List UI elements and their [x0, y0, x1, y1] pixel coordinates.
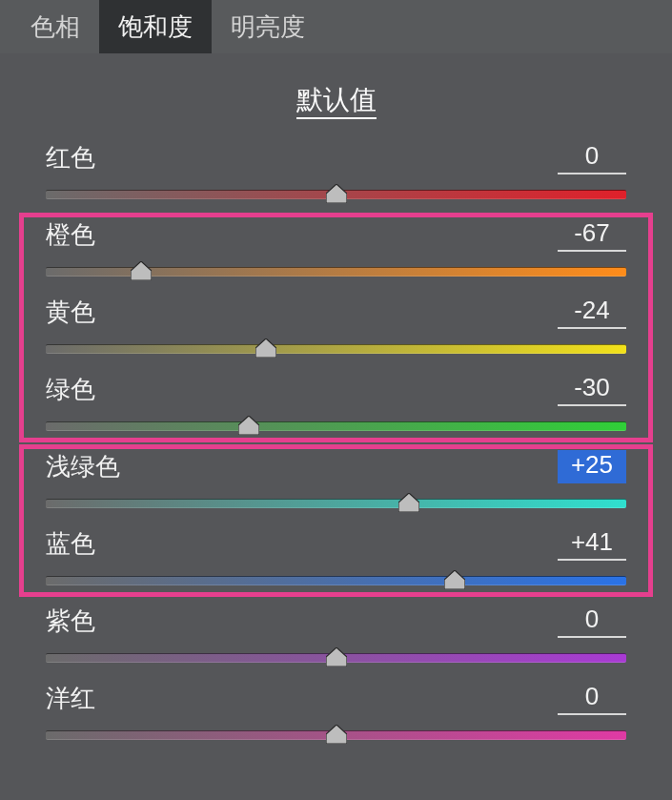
slider-row-aqua: 浅绿色+25	[29, 450, 643, 508]
slider-row-blue: 蓝色+41	[29, 527, 643, 585]
slider-bar-yellow	[46, 344, 626, 354]
svg-marker-7	[326, 725, 347, 744]
slider-thumb-green[interactable]	[238, 416, 259, 435]
slider-thumb-blue[interactable]	[444, 570, 465, 589]
slider-track-orange[interactable]	[46, 265, 626, 277]
slider-track-aqua[interactable]	[46, 497, 626, 508]
slider-track-purple[interactable]	[46, 651, 626, 663]
slider-bar-aqua	[46, 499, 626, 508]
slider-track-red[interactable]	[46, 188, 626, 199]
slider-track-yellow[interactable]	[46, 342, 626, 354]
slider-row-red: 红色0	[29, 141, 643, 199]
slider-value-blue[interactable]: +41	[558, 527, 626, 561]
slider-track-green[interactable]	[46, 420, 626, 431]
slider-label-red: 红色	[46, 141, 95, 174]
tab-hue[interactable]: 色相	[11, 0, 99, 53]
slider-row-yellow: 黄色-24	[29, 296, 643, 354]
slider-label-blue: 蓝色	[46, 527, 95, 561]
slider-bar-green	[46, 421, 626, 431]
slider-label-orange: 橙色	[46, 218, 95, 252]
svg-marker-3	[238, 416, 259, 435]
svg-marker-2	[255, 338, 276, 358]
svg-marker-4	[398, 493, 419, 512]
tab-luminance[interactable]: 明亮度	[212, 0, 324, 53]
slider-thumb-orange[interactable]	[131, 261, 152, 280]
slider-value-purple[interactable]: 0	[558, 605, 626, 638]
tab-strip: 色相 饱和度 明亮度	[0, 0, 672, 53]
slider-value-orange[interactable]: -67	[558, 218, 626, 252]
slider-value-magenta[interactable]: 0	[558, 682, 626, 715]
slider-value-aqua[interactable]: +25	[558, 450, 626, 483]
slider-bar-blue	[46, 576, 626, 585]
slider-row-orange: 橙色-67	[29, 218, 643, 277]
defaults-label: 默认值	[296, 85, 377, 119]
svg-marker-1	[131, 261, 152, 280]
slider-label-green: 绿色	[46, 373, 95, 406]
slider-label-aqua: 浅绿色	[46, 450, 120, 483]
tab-saturation[interactable]: 饱和度	[99, 0, 212, 53]
svg-marker-6	[326, 647, 347, 667]
slider-thumb-purple[interactable]	[326, 647, 347, 667]
slider-value-red[interactable]: 0	[558, 141, 626, 174]
slider-label-purple: 紫色	[46, 605, 95, 638]
slider-row-green: 绿色-30	[29, 373, 643, 431]
slider-row-magenta: 洋红0	[29, 682, 643, 740]
slider-track-magenta[interactable]	[46, 728, 626, 740]
slider-thumb-red[interactable]	[326, 184, 347, 203]
slider-track-blue[interactable]	[46, 574, 626, 585]
slider-label-yellow: 黄色	[46, 296, 95, 329]
hsl-panel: 色相 饱和度 明亮度 默认值 红色0橙色-67黄色-24绿色-30浅绿色+25蓝…	[0, 0, 672, 800]
slider-thumb-yellow[interactable]	[255, 338, 276, 358]
defaults-link[interactable]: 默认值	[0, 82, 672, 118]
slider-label-magenta: 洋红	[46, 682, 95, 715]
slider-thumb-aqua[interactable]	[398, 493, 419, 512]
sliders-container: 红色0橙色-67黄色-24绿色-30浅绿色+25蓝色+41紫色0洋红0	[0, 141, 672, 740]
slider-thumb-magenta[interactable]	[326, 725, 347, 744]
slider-value-green[interactable]: -30	[558, 373, 626, 406]
svg-marker-0	[326, 184, 347, 203]
slider-row-purple: 紫色0	[29, 605, 643, 663]
svg-marker-5	[444, 570, 465, 589]
slider-value-yellow[interactable]: -24	[558, 296, 626, 329]
